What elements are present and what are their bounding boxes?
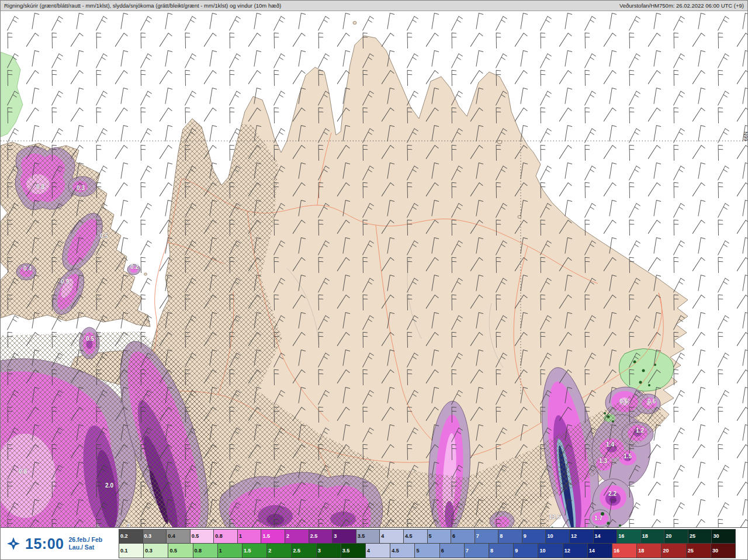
legend-cell-7: 7	[465, 544, 489, 558]
iceland-weather-map: 0.80.30.50.40.90.20.50.82.040.60.61.21.4…	[1, 11, 747, 527]
forecast-date-line1: 26.feb./ Feb	[68, 536, 102, 544]
legend-cell-0.4: 0.4	[167, 529, 191, 544]
legend-cell-6: 6	[440, 544, 465, 558]
precip-value-label: 1.3	[599, 458, 607, 464]
legend-cell-16: 16	[612, 544, 637, 558]
compass-rose-icon	[6, 537, 20, 551]
wind-barbs-layer	[1, 11, 747, 527]
precip-value-label: 2.2	[608, 490, 617, 497]
legend-cell-8: 8	[498, 529, 522, 544]
legend-cell-18: 18	[641, 529, 665, 544]
legend-cell-7: 7	[475, 529, 499, 544]
map-canvas: 0.80.30.50.40.90.20.50.82.040.60.61.21.4…	[1, 11, 747, 527]
weather-map-window: Rigning/skúrir (grænt/blátt/rautt - mm/1…	[0, 0, 748, 560]
timestamp-block: 15:00 26.feb./ Feb Lau./ Sat	[1, 528, 119, 559]
legend-cell-14: 14	[594, 529, 618, 544]
legend-cell-0.1: 0.1	[119, 544, 144, 558]
legend-cell-0.5: 0.5	[168, 544, 193, 558]
forecast-date: 26.feb./ Feb Lau./ Sat	[68, 536, 102, 551]
precip-value-label: 0.8	[36, 184, 44, 190]
legend-cell-0.8: 0.8	[193, 544, 218, 558]
legend-cell-2: 2	[267, 544, 292, 558]
legend-cell-3.5: 3.5	[356, 529, 380, 544]
legend-cell-25: 25	[688, 529, 712, 544]
legend-cell-25: 25	[687, 544, 711, 558]
precip-value-label: 0.5	[86, 336, 94, 342]
legend-cell-0.3: 0.3	[143, 529, 167, 544]
forecast-date-line2: Lau./ Sat	[68, 544, 102, 551]
legend-cell-3.5: 3.5	[341, 544, 366, 558]
precip-value-label: 0.2	[130, 264, 138, 270]
precip-value-label: 1.5	[624, 453, 632, 459]
legend-cell-1.5: 1.5	[261, 529, 285, 544]
legend-cell-4.5: 4.5	[390, 544, 415, 558]
legend-cell-3: 3	[333, 529, 356, 544]
legend-row-rain: 0.10.30.50.811.522.533.544.5567891012141…	[119, 544, 736, 558]
legend-cell-8: 8	[489, 544, 514, 558]
precip-value-label: 1.7	[594, 515, 602, 521]
legend-cell-9: 9	[514, 544, 538, 558]
legend-cell-0.8: 0.8	[214, 529, 238, 544]
legend-cell-4: 4	[380, 529, 404, 544]
legend-cell-1: 1	[238, 529, 262, 544]
legend-cell-16: 16	[617, 529, 641, 544]
legend-cell-1.5: 1.5	[243, 544, 267, 558]
legend-cell-0.5: 0.5	[191, 529, 214, 544]
map-attribution: Veðurstofan/HM750m: 26.02.2022 06:00 UTC…	[619, 2, 744, 9]
precip-value-label: 4	[127, 523, 130, 527]
precip-value-label: 0.4	[23, 265, 32, 272]
legend-cell-9: 9	[522, 529, 546, 544]
precip-value-label: 0.3	[77, 185, 85, 191]
forecast-time: 15:00	[25, 535, 64, 552]
legend-cell-2.5: 2.5	[309, 529, 333, 544]
legend-cell-14: 14	[588, 544, 612, 558]
legend-cell-2.5: 2.5	[292, 544, 316, 558]
precip-value-label: 0.5	[100, 233, 108, 239]
legend-cell-20: 20	[662, 544, 686, 558]
precip-value-label: 1.2	[636, 427, 644, 434]
legend-cell-4.5: 4.5	[404, 529, 428, 544]
legend-cell-5: 5	[428, 529, 452, 544]
legend-row-snow: 0.20.30.40.50.811.522.533.544.5567891012…	[119, 529, 736, 544]
grid-edge-label: N99	[743, 132, 747, 141]
legend-cell-10: 10	[546, 529, 570, 544]
precip-color-scale: 0.20.30.40.50.811.522.533.544.5567891012…	[119, 529, 736, 558]
legend-cell-6: 6	[451, 529, 475, 544]
map-title: Rigning/skúrir (grænt/blátt/rautt - mm/1…	[4, 2, 281, 9]
legend-cell-30: 30	[712, 529, 736, 544]
legend-cell-0.3: 0.3	[144, 544, 168, 558]
legend-cell-2: 2	[285, 529, 309, 544]
precip-value-label: 0.8	[19, 468, 27, 475]
legend-cell-4: 4	[366, 544, 390, 558]
legend-cell-10: 10	[538, 544, 563, 558]
map-header: Rigning/skúrir (grænt/blátt/rautt - mm/1…	[1, 1, 747, 11]
precip-value-label: 0.6	[619, 398, 628, 405]
legend-cell-5: 5	[415, 544, 439, 558]
precip-value-label: 1.4	[606, 441, 614, 448]
precip-value-label: 13.6	[549, 514, 560, 520]
legend-cell-12: 12	[563, 544, 588, 558]
legend-cell-30: 30	[711, 544, 736, 558]
legend-cell-12: 12	[570, 529, 594, 544]
precip-value-label: 2.0	[105, 482, 113, 489]
precip-value-label: 0.6	[647, 398, 656, 405]
legend-cell-1: 1	[218, 544, 243, 558]
precip-value-label: 0.9	[61, 278, 69, 285]
legend-bar: 15:00 26.feb./ Feb Lau./ Sat 0.20.30.40.…	[1, 527, 747, 559]
legend-cell-20: 20	[664, 529, 688, 544]
legend-cell-0.2: 0.2	[119, 529, 143, 544]
legend-cell-3: 3	[317, 544, 341, 558]
legend-cell-18: 18	[637, 544, 662, 558]
